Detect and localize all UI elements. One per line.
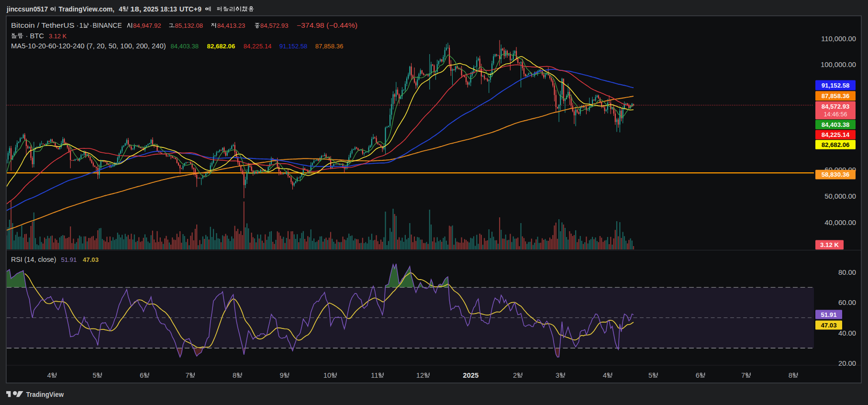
svg-text:40.00: 40.00 (838, 329, 856, 337)
svg-text:84,572.93: 84,572.93 (822, 103, 850, 110)
svg-text:6: 6 (696, 371, 700, 379)
svg-text:84,225.14: 84,225.14 (244, 43, 272, 50)
svg-text:TradingView: TradingView (26, 391, 64, 398)
svg-text:7: 7 (185, 371, 189, 379)
svg-text:84,225.14: 84,225.14 (822, 131, 850, 138)
svg-text:4: 4 (47, 371, 51, 379)
svg-text:18:13: 18:13 (160, 6, 177, 13)
svg-text:3.12 K: 3.12 K (820, 241, 839, 248)
svg-text:91,152.58: 91,152.58 (822, 82, 850, 89)
svg-text:82,682.06: 82,682.06 (822, 141, 850, 148)
svg-text:jinccsun0517: jinccsun0517 (6, 6, 48, 13)
svg-text:2025: 2025 (463, 371, 479, 379)
svg-text:8: 8 (233, 371, 236, 379)
svg-text:47.03: 47.03 (83, 256, 99, 263)
svg-text:4: 4 (603, 371, 607, 379)
svg-text:40,000.00: 40,000.00 (824, 219, 856, 226)
svg-text:Bitcoin / TetherUS: Bitcoin / TetherUS (11, 22, 75, 29)
svg-text:80.00: 80.00 (838, 269, 856, 276)
svg-text:18,: 18, (130, 6, 141, 13)
svg-text:58,830.36: 58,830.36 (822, 171, 850, 178)
svg-text:82,682.06: 82,682.06 (207, 43, 235, 50)
svg-text:9: 9 (280, 371, 284, 379)
svg-text:12: 12 (416, 371, 424, 379)
svg-text:20.00: 20.00 (838, 360, 856, 367)
svg-text:4: 4 (119, 6, 122, 13)
svg-text:2: 2 (513, 371, 517, 379)
svg-text:50,000.00: 50,000.00 (824, 192, 856, 200)
svg-text:100,000.00: 100,000.00 (821, 61, 856, 68)
svg-text:·: · (77, 22, 79, 29)
svg-text:·: · (90, 22, 92, 29)
svg-text:47.03: 47.03 (821, 322, 836, 329)
svg-text:51.91: 51.91 (61, 256, 77, 263)
svg-text:5: 5 (92, 371, 96, 379)
svg-text:84,403.38: 84,403.38 (171, 43, 199, 50)
svg-text:85,132.08: 85,132.08 (175, 22, 203, 29)
svg-text:84,947.92: 84,947.92 (133, 22, 161, 29)
svg-text:5: 5 (648, 371, 652, 379)
svg-text:· BTC: · BTC (25, 32, 44, 40)
svg-text:RSI (14, close): RSI (14, close) (11, 256, 56, 263)
svg-text:84,572.93: 84,572.93 (260, 22, 289, 29)
svg-text:11: 11 (371, 371, 378, 379)
svg-text:−374.98 (−0.44%): −374.98 (−0.44%) (297, 22, 358, 29)
svg-text:10: 10 (323, 371, 331, 379)
svg-text:3: 3 (556, 371, 559, 379)
svg-text:87,858.36: 87,858.36 (822, 92, 850, 100)
svg-text:BINANCE: BINANCE (92, 22, 122, 29)
svg-text:1: 1 (79, 22, 83, 29)
svg-text:14:46:56: 14:46:56 (823, 111, 847, 118)
svg-text:84,413.23: 84,413.23 (217, 22, 245, 29)
svg-text:6: 6 (140, 371, 144, 379)
svg-text:91,152.58: 91,152.58 (279, 43, 308, 50)
svg-text:UTC+9: UTC+9 (179, 6, 202, 13)
svg-text:84,403.38: 84,403.38 (822, 121, 850, 128)
svg-text:7: 7 (741, 371, 745, 379)
svg-text:87,858.36: 87,858.36 (315, 43, 344, 50)
svg-text:MA5-10-20-60-120-240 (7, 20, 5: MA5-10-20-60-120-240 (7, 20, 50, 100, 20… (11, 42, 166, 50)
svg-text:51.91: 51.91 (821, 311, 836, 318)
svg-text:60.00: 60.00 (838, 299, 856, 306)
svg-text:3.12 K: 3.12 K (49, 33, 67, 40)
svg-text:2025: 2025 (144, 6, 159, 13)
svg-text:8: 8 (789, 371, 792, 379)
svg-text:TradingView.com,: TradingView.com, (59, 6, 115, 13)
svg-text:110,000.00: 110,000.00 (821, 35, 856, 43)
